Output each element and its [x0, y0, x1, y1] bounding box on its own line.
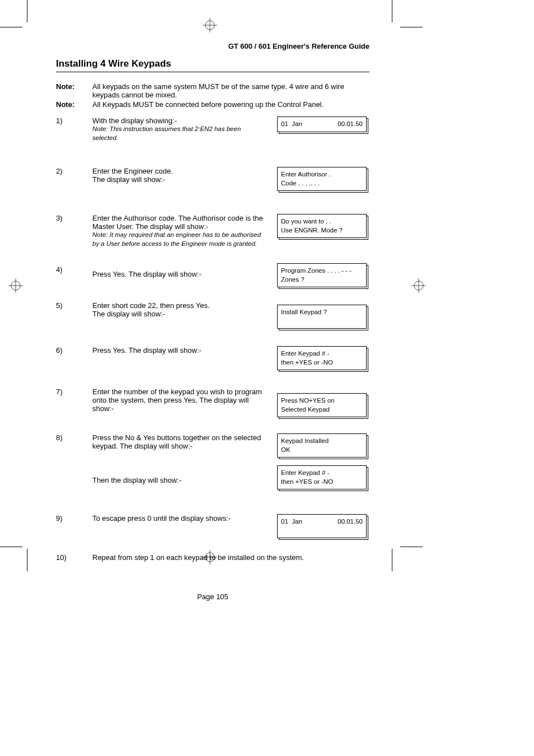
step-number: 10) [56, 553, 92, 562]
lcd-display: Enter Authorisor . Code . . . .. . . [277, 167, 367, 191]
step-text: Press Yes. The display will show:- [92, 346, 271, 354]
step: 9) To escape press 0 until the display s… [56, 514, 369, 542]
step-text: Enter the Engineer code. The display wil… [92, 167, 271, 184]
step-number: 9) [56, 514, 92, 522]
step-number: 6) [56, 346, 92, 354]
note-label: Note: [56, 82, 92, 99]
note-label: Note: [56, 100, 92, 109]
lcd-display: Keypad Installed OK [277, 433, 367, 458]
step-note: Note: It may required that an engineer h… [92, 231, 266, 248]
step: 2) Enter the Engineer code. The display … [56, 167, 369, 198]
step-number: 2) [56, 167, 92, 175]
step-number: 8) [56, 433, 92, 442]
step-text: With the display showing:- [92, 116, 266, 125]
notes: Note: All keypads on the same system MUS… [56, 82, 369, 109]
step-number: 3) [56, 214, 92, 222]
step: 7) Enter the number of the keypad you wi… [56, 388, 369, 421]
lcd-display: Program Zones . . . . - - - Zones ? [277, 263, 367, 287]
page-footer: Page 105 [56, 592, 369, 601]
lcd-display: Enter Keypad # - then +YES or -NO [277, 465, 367, 489]
step-number: 7) [56, 388, 92, 396]
steps-list: 1) With the display showing:- Note: This… [56, 116, 369, 576]
step-text: Press the No & Yes buttons together on t… [92, 433, 266, 450]
page-content: GT 600 / 601 Engineer's Reference Guide … [56, 42, 369, 601]
lcd-display: 01 Jan00.01.50 [277, 514, 367, 538]
step: 3) Enter the Authorisor code. The Author… [56, 214, 369, 253]
step: 5) Enter short code 22, then press Yes. … [56, 301, 369, 333]
lcd-display: Install Keypad ? [277, 305, 367, 329]
step: 10) Repeat from step 1 on each keypad to… [56, 553, 369, 576]
step: 6) Press Yes. The display will show:- En… [56, 346, 369, 374]
step: 1) With the display showing:- Note: This… [56, 116, 369, 148]
step-number: 5) [56, 301, 92, 310]
lcd-display: Press NO+YES on Selected Keypad [277, 393, 367, 417]
step-number: 4) [56, 265, 92, 274]
section-title: Installing 4 Wire Keypads [56, 58, 369, 72]
step-text: Enter the Authorisor code. The Authoriso… [92, 214, 266, 231]
note-text: All keypads on the same system MUST be o… [92, 82, 369, 99]
step-text: Enter short code 22, then press Yes. The… [92, 301, 271, 318]
step-text: Then the display will show:- [92, 476, 266, 484]
note-row: Note: All Keypads MUST be connected befo… [56, 100, 369, 109]
step-text: Repeat from step 1 on each keypad to be … [92, 553, 367, 562]
note-row: Note: All keypads on the same system MUS… [56, 82, 369, 99]
lcd-display: 01 Jan00.01.50 [277, 116, 367, 132]
running-head: GT 600 / 601 Engineer's Reference Guide [56, 42, 369, 50]
step: 8) Press the No & Yes buttons together o… [56, 433, 369, 506]
step-text: Press Yes. The display will show:- [92, 265, 271, 278]
lcd-display: Do you want to . . Use ENGNR. Mode ? [277, 214, 367, 238]
step-text: Enter the number of the keypad you wish … [92, 388, 271, 413]
step-text: To escape press 0 until the display show… [92, 514, 271, 522]
step-note: Note: This instruction assumes that 2:EN… [92, 125, 266, 142]
step: 4) Press Yes. The display will show:- Pr… [56, 265, 369, 291]
lcd-display: Enter Keypad # - then +YES or -NO [277, 346, 367, 370]
step-number: 1) [56, 116, 92, 125]
note-text: All Keypads MUST be connected before pow… [92, 100, 369, 109]
